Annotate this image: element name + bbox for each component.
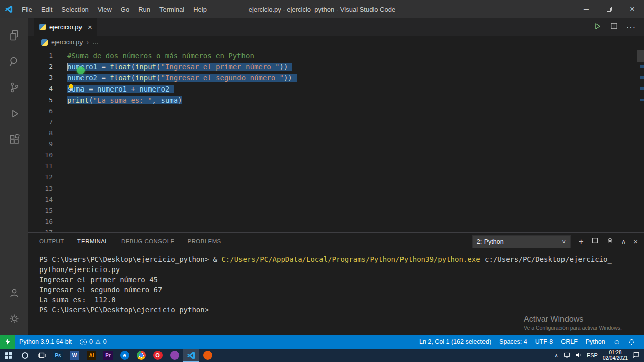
line-number[interactable]: 13 [28,183,53,194]
panel-tab-terminal[interactable]: TERMINAL [77,233,108,250]
split-editor-button[interactable] [610,22,618,32]
notifications-bell-icon[interactable] [624,339,639,345]
code-line-17[interactable]: 17 [28,227,644,232]
new-terminal-button[interactable]: + [579,237,584,246]
more-actions-button[interactable]: ··· [626,23,636,32]
taskbar-app-chrome-icon[interactable] [133,349,149,362]
menu-selection[interactable]: Selection [57,0,93,18]
line-number[interactable]: 15 [28,205,53,216]
taskbar-app-word-icon[interactable]: W [66,349,83,362]
search-icon[interactable] [2,48,26,74]
language-indicator[interactable]: ESP [587,352,598,358]
line-number[interactable]: 6 [28,106,53,117]
taskbar-app-vscode-icon[interactable] [183,349,199,362]
breadcrumb[interactable]: ejercicio.py › … [28,36,644,49]
line-number[interactable]: 16 [28,216,53,227]
language-mode-status[interactable]: Python [582,338,609,345]
panel-tab-debug-console[interactable]: DEBUG CONSOLE [121,233,175,250]
eol-status[interactable]: CRLF [557,338,582,345]
taskbar-app-purple-icon[interactable] [166,349,183,362]
close-button[interactable]: × [621,0,644,18]
breadcrumb-file[interactable]: ejercicio.py [51,39,83,46]
line-number[interactable]: 12 [28,172,53,183]
remote-indicator[interactable] [0,335,15,349]
source-control-icon[interactable] [2,74,26,101]
cursor-position-status[interactable]: Ln 2, Col 1 (162 selected) [415,338,495,345]
cortana-search-button[interactable] [17,349,33,362]
task-view-button[interactable] [33,349,50,362]
python-interpreter-status[interactable]: Python 3.9.1 64-bit [15,338,76,345]
encoding-status[interactable]: UTF-8 [531,338,557,345]
start-button[interactable] [0,349,17,362]
panel-tab-output[interactable]: OUTPUT [39,233,64,250]
taskbar-app-pr-icon[interactable]: Pr [100,349,116,362]
code-line-10[interactable]: 10 [28,150,644,161]
settings-gear-icon[interactable] [2,306,26,332]
tray-expand-icon[interactable]: ∧ [555,353,558,358]
line-number[interactable]: 5 [28,95,53,106]
menu-view[interactable]: View [93,0,116,18]
code-editor[interactable]: 1#Suma de dos números o más números en P… [28,49,644,232]
line-number[interactable]: 3 [28,72,53,83]
close-panel-button[interactable]: × [633,238,638,245]
menu-go[interactable]: Go [116,0,134,18]
code-line-11[interactable]: 11 [28,161,644,172]
taskbar-app-firefox-icon[interactable] [199,349,216,362]
editor-scrollbar[interactable] [637,50,644,62]
line-number[interactable]: 4 [28,83,53,95]
taskbar-app-ai-icon[interactable]: Ai [83,349,100,362]
line-number[interactable]: 11 [28,161,53,172]
code-line-9[interactable]: 9 [28,139,644,150]
line-number[interactable]: 17 [28,227,53,232]
maximize-panel-button[interactable]: ∧ [621,238,626,245]
code-line-1[interactable]: 1#Suma de dos números o más números en P… [28,50,644,61]
split-terminal-button[interactable] [591,237,599,246]
menu-file[interactable]: File [17,0,37,18]
menu-edit[interactable]: Edit [37,0,57,18]
taskbar-app-ps-icon[interactable]: Ps [50,349,66,362]
restore-button[interactable] [598,0,621,18]
run-file-button[interactable] [593,22,602,33]
account-icon[interactable] [2,280,26,306]
code-line-12[interactable]: 12 [28,172,644,183]
line-number[interactable]: 7 [28,117,53,128]
code-line-13[interactable]: 13 [28,183,644,194]
indentation-status[interactable]: Spaces: 4 [495,338,531,345]
explorer-icon[interactable] [2,22,26,48]
lightbulb-icon[interactable] [67,83,75,94]
code-line-3[interactable]: 3numero2 = float(input("Ingresar el segu… [28,72,644,83]
menu-terminal[interactable]: Terminal [155,0,189,18]
terminal-selector-dropdown[interactable]: 2: Python ∨ [472,235,571,248]
extensions-icon[interactable] [2,127,26,153]
code-line-7[interactable]: 7 [28,117,644,128]
code-line-8[interactable]: 8 [28,128,644,139]
run-debug-icon[interactable] [2,101,26,127]
kill-terminal-button[interactable] [606,237,614,246]
menu-help[interactable]: Help [189,0,211,18]
code-line-4[interactable]: 4suma = numero1 + numero2 [28,83,644,95]
action-center-icon[interactable] [633,351,640,359]
code-line-15[interactable]: 15 [28,205,644,216]
tray-volume-icon[interactable] [575,352,582,359]
minimize-button[interactable]: ─ [575,0,598,18]
breadcrumb-symbol[interactable]: … [92,39,99,46]
tab-close-icon[interactable]: × [88,23,92,31]
taskbar-app-edge-icon[interactable]: e [116,349,133,362]
line-number[interactable]: 14 [28,194,53,205]
taskbar-clock[interactable]: 01:28 02/04/2021 [603,350,628,361]
code-line-16[interactable]: 16 [28,216,644,227]
line-number[interactable]: 8 [28,128,53,139]
tab-ejercicio-py[interactable]: ejercicio.py × [34,18,97,36]
panel-tab-problems[interactable]: PROBLEMS [188,233,221,250]
code-line-5[interactable]: 5print("La suma es: ", suma) [28,95,644,106]
taskbar-app-opera-icon[interactable]: O [149,349,166,362]
line-number[interactable]: 1 [28,50,53,61]
code-line-2[interactable]: 2numero1 = float(input("Ingresar el prim… [28,61,644,72]
feedback-icon[interactable]: ☺ [609,338,624,346]
terminal-output[interactable]: PS C:\Users\PC\Desktop\ejercicio_python>… [28,250,644,315]
line-number[interactable]: 9 [28,139,53,150]
menu-run[interactable]: Run [134,0,155,18]
code-line-6[interactable]: 6 [28,106,644,117]
problems-indicator[interactable]: × 0 ⚠ 0 [76,338,111,345]
tray-display-icon[interactable] [564,352,570,359]
